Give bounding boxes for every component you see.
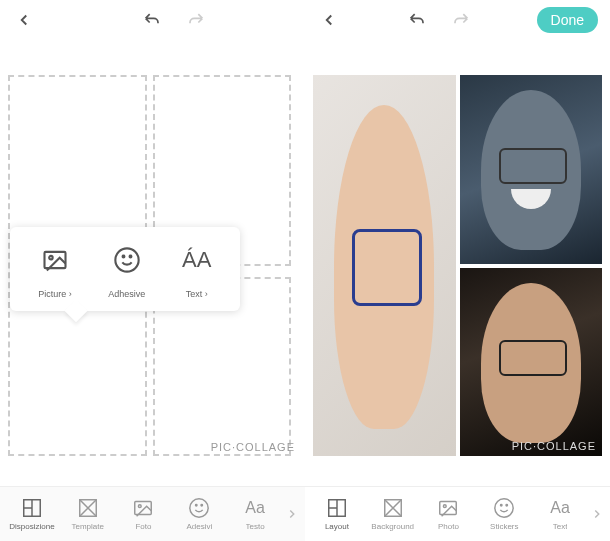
popup-picture-label: Picture › [38,289,72,299]
tab-photo[interactable]: Photo [421,497,477,531]
sticker-icon [188,497,210,519]
tab-label: Testo [246,522,265,531]
popup-text-option[interactable]: ÁA Text › [182,245,212,299]
popup-adhesive-option[interactable]: Adhesive [108,245,145,299]
right-editor-panel: Done PIC·COLLAGE Layout Background [305,0,610,541]
done-button[interactable]: Done [537,7,598,33]
tab-testo[interactable]: Aa Testo [227,497,283,531]
tab-background[interactable]: Background [365,497,421,531]
smiley-icon [112,245,142,275]
collage-photo[interactable]: PIC·COLLAGE [460,268,603,457]
back-button[interactable] [12,8,36,32]
left-editor-panel: Picture › Adhesive ÁA Text › PIC·COLLAGE… [0,0,305,541]
svg-point-9 [190,499,208,517]
tab-label: Layout [325,522,349,531]
right-toolbar: Done [305,0,610,40]
photo-icon [132,497,154,519]
tab-label: Template [71,522,103,531]
photo-collage-grid: PIC·COLLAGE [313,75,602,456]
watermark: PIC·COLLAGE [512,440,596,452]
share-button[interactable] [317,8,341,32]
tab-adesivi[interactable]: Adesivi [171,497,227,531]
svg-point-18 [506,505,507,506]
popup-picture-option[interactable]: Picture › [38,245,72,299]
sticker-icon [493,497,515,519]
tab-label: Stickers [490,522,518,531]
layout-icon [326,497,348,519]
svg-point-15 [444,505,447,508]
tab-text[interactable]: Aa Text [532,497,588,531]
undo-button[interactable] [406,8,430,32]
collage-photo[interactable] [313,75,456,456]
svg-point-8 [139,505,142,508]
svg-point-4 [129,256,131,258]
tab-disposizione[interactable]: Disposizione [4,497,60,531]
popup-adhesive-label: Adhesive [108,289,145,299]
layout-icon [21,497,43,519]
background-icon [382,497,404,519]
popup-text-label: Text › [186,289,208,299]
tab-label: Photo [438,522,459,531]
tabs-scroll-right[interactable] [283,507,301,521]
photo-icon [437,497,459,519]
tab-foto[interactable]: Foto [116,497,172,531]
svg-point-17 [501,505,502,506]
left-toolbar [0,0,305,40]
svg-point-1 [49,256,53,260]
picture-icon [40,245,70,275]
text-tab-icon: Aa [549,497,571,519]
svg-point-2 [115,249,138,272]
text-icon: ÁA [182,245,212,275]
left-bottom-tabs: Disposizione Template Foto Adesivi [0,486,305,541]
tab-label: Foto [135,522,151,531]
right-bottom-tabs: Layout Background Photo Stickers [305,486,610,541]
undo-button[interactable] [141,8,165,32]
tab-layout[interactable]: Layout [309,497,365,531]
collage-photo[interactable] [460,75,603,264]
watermark: PIC·COLLAGE [211,441,295,453]
redo-button[interactable] [183,8,207,32]
tab-label: Disposizione [9,522,54,531]
template-icon [77,497,99,519]
svg-point-10 [196,505,197,506]
tabs-scroll-right[interactable] [588,507,606,521]
tab-label: Adesivi [186,522,212,531]
tab-template[interactable]: Template [60,497,116,531]
svg-point-3 [122,256,124,258]
svg-point-16 [495,499,513,517]
add-content-popup: Picture › Adhesive ÁA Text › [10,227,240,311]
svg-point-11 [201,505,202,506]
tab-stickers[interactable]: Stickers [476,497,532,531]
text-tab-icon: Aa [244,497,266,519]
redo-button[interactable] [448,8,472,32]
tab-label: Text [553,522,568,531]
tab-label: Background [371,522,414,531]
